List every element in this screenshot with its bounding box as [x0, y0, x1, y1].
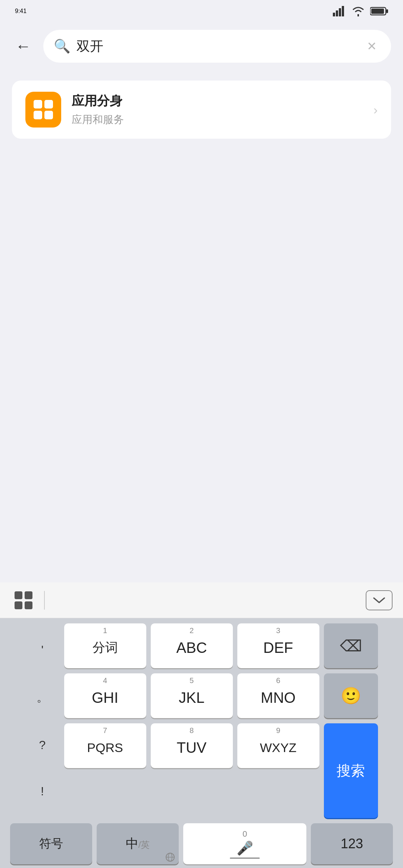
svg-rect-2 [339, 8, 341, 16]
key-row-1-main: 1 分词 2 ABC 3 DEF [64, 623, 319, 668]
result-item-yingyongfenshen[interactable]: 应用分身 应用和服务 › [12, 81, 391, 139]
space-mic-group: 0 🎤 [230, 829, 260, 859]
key-row-2-main: 4 GHI 5 JKL 6 MNO [64, 673, 319, 718]
search-input-wrapper: 🔍 ✕ [43, 30, 391, 63]
grid-icon [15, 591, 32, 609]
keyboard-grid-button[interactable] [10, 587, 37, 613]
symbol-question[interactable]: ? [39, 738, 46, 752]
space-zero-label: 0 [243, 829, 247, 839]
grid-cell-3 [15, 601, 22, 609]
search-button[interactable]: 搜索 [324, 723, 378, 818]
svg-rect-5 [386, 9, 388, 13]
key-space[interactable]: 0 🎤 [183, 823, 306, 864]
keyboard-toolbar [0, 582, 403, 618]
status-icons [333, 6, 388, 16]
key-ghi[interactable]: 4 GHI [64, 673, 146, 718]
key-tuv[interactable]: 8 TUV [151, 723, 233, 768]
key-num[interactable]: 123 [311, 823, 393, 864]
clear-button[interactable]: ✕ [363, 37, 381, 55]
key-def[interactable]: 3 DEF [237, 623, 319, 668]
grid-cell-2 [25, 591, 32, 599]
chevron-right-icon: › [374, 103, 378, 117]
keyboard-body: ' 。 ? ! 1 分词 2 ABC 3 [0, 618, 403, 868]
lang-label: 中/英 [126, 835, 150, 852]
keyboard-container: ' 。 ? ! 1 分词 2 ABC 3 [0, 582, 403, 868]
app-icon [25, 92, 61, 128]
svg-rect-1 [336, 10, 338, 16]
result-subtitle: 应用和服务 [72, 113, 363, 127]
toolbar-separator [44, 591, 45, 610]
right-column: ⌫ 🙂 搜索 [324, 623, 378, 818]
content-area [0, 148, 403, 409]
key-wxyz[interactable]: 9 WXYZ [237, 723, 319, 768]
mic-icon: 🎤 [237, 840, 253, 856]
battery-icon [370, 6, 388, 16]
key-fenci[interactable]: 1 分词 [64, 623, 146, 668]
emoji-key[interactable]: 🙂 [324, 673, 378, 718]
svg-rect-0 [333, 13, 335, 16]
key-row-bottom: 符号 中/英 0 🎤 123 [4, 823, 399, 864]
app-icon-grid [34, 100, 53, 119]
results-area: 应用分身 应用和服务 › [0, 72, 403, 148]
result-card: 应用分身 应用和服务 › [12, 81, 391, 139]
result-text: 应用分身 应用和服务 [72, 92, 363, 127]
key-lang[interactable]: 中/英 [97, 823, 179, 864]
back-arrow-icon: ← [15, 38, 31, 54]
key-jkl[interactable]: 5 JKL [151, 673, 233, 718]
search-button-label: 搜索 [337, 761, 365, 780]
search-icon: 🔍 [54, 38, 71, 54]
svg-rect-3 [342, 6, 344, 16]
status-time: 9:41 [15, 8, 26, 15]
clear-icon: ✕ [367, 39, 377, 53]
key-pqrs[interactable]: 7 PQRS [64, 723, 146, 768]
key-mno[interactable]: 6 MNO [237, 673, 319, 718]
space-underline [230, 858, 260, 859]
grid-cell-1 [15, 591, 22, 599]
chevron-down-icon [372, 596, 386, 605]
status-bar: 9:41 [0, 0, 403, 22]
key-row-3-main: 7 PQRS 8 TUV 9 WXYZ [64, 723, 319, 768]
search-input[interactable] [76, 38, 357, 54]
symbol-column: ' 。 ? ! [25, 623, 60, 818]
toolbar-left [10, 587, 52, 613]
wifi-icon [352, 6, 365, 16]
key-abc[interactable]: 2 ABC [151, 623, 233, 668]
key-symbol-func[interactable]: 符号 [10, 823, 92, 864]
main-keys-group: 1 分词 2 ABC 3 DEF 4 GHI [64, 623, 319, 818]
signal-icon [333, 6, 346, 16]
emoji-icon: 🙂 [341, 686, 361, 705]
key-row-1: ' 。 ? ! 1 分词 2 ABC 3 [4, 623, 399, 818]
symbol-quote[interactable]: ' [41, 643, 43, 657]
result-title: 应用分身 [72, 92, 363, 110]
collapse-button[interactable] [366, 590, 393, 610]
collapse-icon [366, 590, 393, 610]
icon-square-3 [34, 111, 42, 119]
search-bar-area: ← 🔍 ✕ [0, 22, 403, 72]
grid-cell-4 [25, 601, 32, 609]
symbol-period[interactable]: 。 [37, 689, 49, 706]
backspace-key[interactable]: ⌫ [324, 623, 378, 668]
globe-icon [165, 852, 175, 862]
symbol-exclaim[interactable]: ! [41, 784, 44, 798]
back-button[interactable]: ← [12, 35, 34, 57]
icon-square-1 [34, 100, 42, 108]
backspace-icon: ⌫ [340, 637, 362, 655]
svg-rect-6 [371, 9, 384, 14]
num-label: 123 [341, 836, 363, 852]
func-label: 符号 [39, 836, 63, 852]
icon-square-2 [44, 100, 53, 108]
icon-square-4 [44, 111, 53, 119]
